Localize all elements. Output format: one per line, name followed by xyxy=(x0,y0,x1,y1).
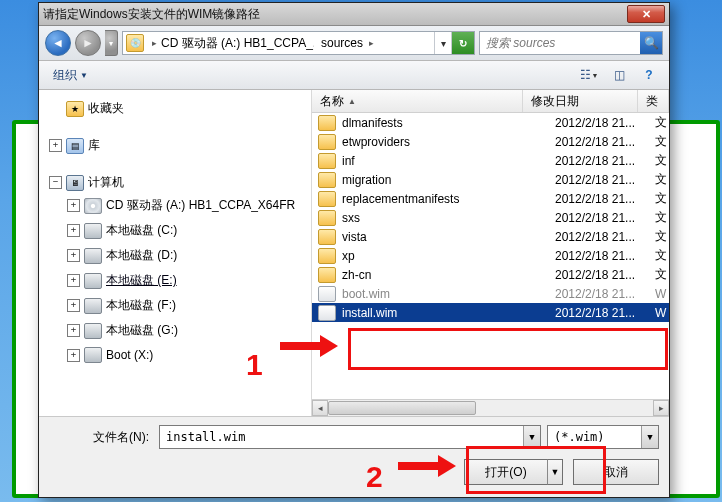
breadcrumb-segment[interactable]: sources ▸ xyxy=(315,32,379,54)
views-button[interactable]: ☷▼ xyxy=(577,65,601,85)
filename-dropdown[interactable]: ▼ xyxy=(523,426,540,448)
address-dropdown[interactable]: ▾ xyxy=(434,32,451,54)
tree-drive-e[interactable]: + 本地磁盘 (E:) xyxy=(65,270,311,291)
scroll-thumb[interactable] xyxy=(328,401,476,415)
file-type: 文 xyxy=(653,133,669,150)
file-list[interactable]: dlmanifests2012/2/18 21...文etwproviders2… xyxy=(312,113,669,399)
file-row[interactable]: etwproviders2012/2/18 21...文 xyxy=(312,132,669,151)
file-list-header: 名称 ▲ 修改日期 类 xyxy=(312,90,669,113)
filter-dropdown[interactable]: ▼ xyxy=(641,426,658,448)
tree-label: 本地磁盘 (D:) xyxy=(106,247,177,264)
tree-libraries[interactable]: + ▤ 库 xyxy=(47,135,311,156)
filename-combobox[interactable]: install.wim ▼ xyxy=(159,425,541,449)
sort-asc-icon: ▲ xyxy=(348,97,356,106)
file-row[interactable]: install.wim2012/2/18 21...W xyxy=(312,303,669,322)
address-bar[interactable]: 💿 ▸ CD 驱动器 (A:) HB1_CCPA_... ▸ sources ▸… xyxy=(122,31,475,55)
file-date: 2012/2/18 21... xyxy=(555,287,653,301)
tree-label: 本地磁盘 (F:) xyxy=(106,297,176,314)
expand-toggle[interactable]: + xyxy=(67,224,80,237)
views-icon: ☷ xyxy=(580,68,591,82)
scroll-track[interactable] xyxy=(328,400,653,416)
expand-toggle[interactable]: + xyxy=(67,249,80,262)
folder-icon xyxy=(318,191,336,207)
tree-drive-f[interactable]: + 本地磁盘 (F:) xyxy=(65,295,311,316)
column-header-type[interactable]: 类 xyxy=(638,90,669,112)
column-label: 名称 xyxy=(320,93,344,110)
file-row[interactable]: migration2012/2/18 21...文 xyxy=(312,170,669,189)
nav-back-button[interactable]: ◄ xyxy=(45,30,71,56)
search-box[interactable]: 搜索 sources 🔍 xyxy=(479,31,663,55)
expand-toggle[interactable]: + xyxy=(67,349,80,362)
open-button[interactable]: 打开(O) xyxy=(464,459,547,485)
drive-icon xyxy=(84,273,102,289)
column-header-date[interactable]: 修改日期 xyxy=(523,90,638,112)
expand-toggle[interactable]: + xyxy=(67,324,80,337)
tree-cd-drive[interactable]: + CD 驱动器 (A:) HB1_CCPA_X64FRE_ZH-CN_DV xyxy=(65,195,311,216)
search-go-button[interactable]: 🔍 xyxy=(640,32,662,54)
file-name: install.wim xyxy=(342,306,555,320)
search-icon: 🔍 xyxy=(644,36,659,50)
file-name: dlmanifests xyxy=(342,116,555,130)
column-label: 类 xyxy=(646,93,658,110)
tree-drive-c[interactable]: + 本地磁盘 (C:) xyxy=(65,220,311,241)
file-name: etwproviders xyxy=(342,135,555,149)
expand-toggle[interactable]: + xyxy=(67,199,80,212)
panel-icon: ◫ xyxy=(614,68,625,82)
file-date: 2012/2/18 21... xyxy=(555,230,653,244)
file-type: 文 xyxy=(653,228,669,245)
close-button[interactable]: ✕ xyxy=(627,5,665,23)
file-row[interactable]: dlmanifests2012/2/18 21...文 xyxy=(312,113,669,132)
expand-toggle[interactable]: + xyxy=(49,139,62,152)
file-row[interactable]: boot.wim2012/2/18 21...W xyxy=(312,284,669,303)
file-row[interactable]: replacementmanifests2012/2/18 21...文 xyxy=(312,189,669,208)
chevron-down-icon: ▼ xyxy=(80,71,88,80)
horizontal-scrollbar[interactable]: ◂ ▸ xyxy=(312,399,669,416)
expand-toggle[interactable]: + xyxy=(67,299,80,312)
file-row[interactable]: zh-cn2012/2/18 21...文 xyxy=(312,265,669,284)
expand-toggle[interactable]: + xyxy=(67,274,80,287)
folder-icon xyxy=(318,115,336,131)
tree-drive-x[interactable]: + Boot (X:) xyxy=(65,345,311,365)
file-row[interactable]: xp2012/2/18 21...文 xyxy=(312,246,669,265)
navigation-tree[interactable]: ★ 收藏夹 + ▤ 库 − 🖥 计 xyxy=(39,90,312,416)
drive-icon: 💿 xyxy=(126,34,144,52)
tree-label: 收藏夹 xyxy=(88,100,124,117)
filter-combobox[interactable]: (*.wim) ▼ xyxy=(547,425,659,449)
refresh-button[interactable]: ↻ xyxy=(451,32,474,54)
column-header-name[interactable]: 名称 ▲ xyxy=(312,90,523,112)
preview-pane-button[interactable]: ◫ xyxy=(607,65,631,85)
drive-icon xyxy=(84,223,102,239)
folder-icon xyxy=(318,248,336,264)
tree-label: 本地磁盘 (G:) xyxy=(106,322,178,339)
help-button[interactable]: ? xyxy=(637,65,661,85)
folder-icon xyxy=(318,172,336,188)
filename-row: 文件名(N): install.wim ▼ (*.wim) ▼ xyxy=(49,425,659,449)
file-type: 文 xyxy=(653,114,669,131)
scroll-right-button[interactable]: ▸ xyxy=(653,400,669,416)
cancel-button[interactable]: 取消 xyxy=(573,459,659,485)
file-type: 文 xyxy=(653,209,669,226)
open-dropdown[interactable]: ▼ xyxy=(547,459,563,485)
tree-computer[interactable]: − 🖥 计算机 xyxy=(47,172,311,193)
file-list-pane: 名称 ▲ 修改日期 类 dlmanifests2012/2/18 21...文e… xyxy=(312,90,669,416)
breadcrumb-segment[interactable]: ▸ CD 驱动器 (A:) HB1_CCPA_... ▸ xyxy=(144,32,315,54)
file-date: 2012/2/18 21... xyxy=(555,135,653,149)
tree-label: Boot (X:) xyxy=(106,348,153,362)
chevron-right-icon: ▸ xyxy=(369,38,374,48)
drive-icon xyxy=(84,323,102,339)
tree-drive-d[interactable]: + 本地磁盘 (D:) xyxy=(65,245,311,266)
organize-menu[interactable]: 组织 ▼ xyxy=(47,64,94,87)
nav-forward-button[interactable]: ► xyxy=(75,30,101,56)
tree-drive-g[interactable]: + 本地磁盘 (G:) xyxy=(65,320,311,341)
file-type: 文 xyxy=(653,247,669,264)
file-name: vista xyxy=(342,230,555,244)
file-row[interactable]: inf2012/2/18 21...文 xyxy=(312,151,669,170)
file-date: 2012/2/18 21... xyxy=(555,154,653,168)
expand-toggle[interactable]: − xyxy=(49,176,62,189)
tree-favorites[interactable]: ★ 收藏夹 xyxy=(47,98,311,119)
breadcrumb-label: sources xyxy=(321,36,363,50)
nav-history-dropdown[interactable]: ▾ xyxy=(105,30,118,56)
file-row[interactable]: sxs2012/2/18 21...文 xyxy=(312,208,669,227)
scroll-left-button[interactable]: ◂ xyxy=(312,400,328,416)
file-row[interactable]: vista2012/2/18 21...文 xyxy=(312,227,669,246)
